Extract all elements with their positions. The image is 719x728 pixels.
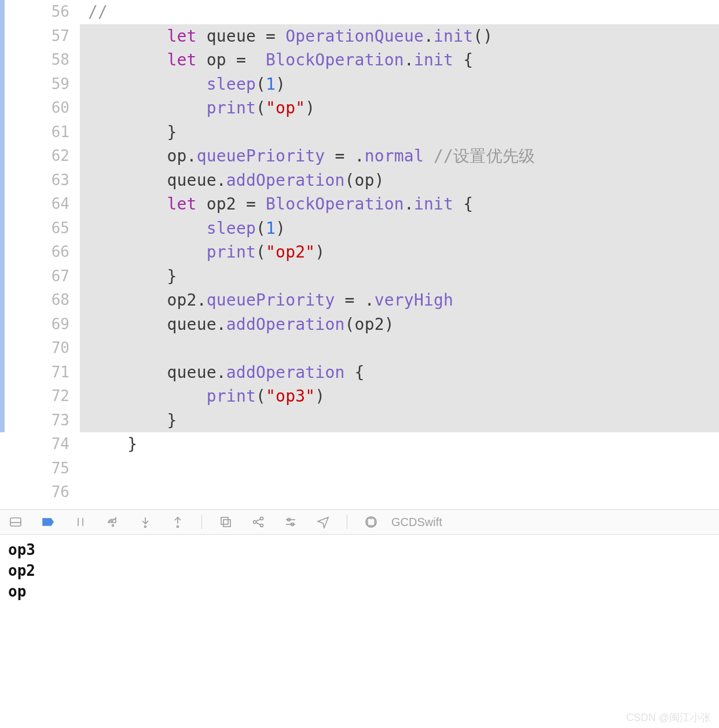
- code-token: veryHigh: [375, 291, 453, 310]
- code-token: ): [315, 242, 325, 262]
- line-number[interactable]: 57: [5, 24, 80, 49]
- code-line[interactable]: [80, 480, 719, 505]
- code-token: (): [473, 27, 493, 46]
- code-token: OperationQueue: [285, 27, 424, 46]
- code-line[interactable]: queue.addOperation(op): [80, 168, 719, 193]
- line-number-gutter[interactable]: 5657585960616263646566676869707172737475…: [5, 0, 80, 509]
- line-number[interactable]: 58: [5, 48, 80, 72]
- line-number[interactable]: 75: [5, 457, 80, 481]
- svg-rect-9: [221, 517, 228, 524]
- code-line[interactable]: //: [80, 0, 719, 24]
- environment-overrides-icon[interactable]: [282, 513, 299, 531]
- code-line[interactable]: let op2 = BlockOperation.init {: [80, 192, 719, 216]
- line-number[interactable]: 63: [5, 168, 80, 193]
- line-number[interactable]: 65: [5, 216, 80, 241]
- target-label[interactable]: GCDSwift: [391, 516, 442, 529]
- code-token: ): [315, 387, 325, 406]
- code-token: (: [256, 242, 266, 262]
- code-line[interactable]: sleep(1): [80, 72, 719, 97]
- code-token: 1: [266, 219, 276, 238]
- step-out-icon[interactable]: [169, 513, 186, 531]
- line-number[interactable]: 69: [5, 312, 80, 337]
- debug-view-hierarchy-icon[interactable]: [217, 513, 234, 531]
- code-token: "op2": [266, 242, 315, 262]
- line-number[interactable]: 62: [5, 144, 80, 168]
- code-token: print: [207, 387, 256, 406]
- toggle-debug-area-icon[interactable]: [7, 513, 24, 531]
- line-number[interactable]: 71: [5, 361, 80, 385]
- line-number[interactable]: 73: [5, 409, 80, 433]
- code-line[interactable]: sleep(1): [80, 216, 719, 241]
- target-app-icon[interactable]: [362, 513, 380, 531]
- code-token: op.: [88, 146, 197, 166]
- line-number[interactable]: 59: [5, 72, 80, 97]
- code-token: queuePriority: [207, 291, 335, 310]
- code-token: 1: [266, 75, 276, 94]
- line-number[interactable]: 77: [5, 505, 80, 510]
- code-token: queue.: [88, 315, 226, 334]
- code-editor[interactable]: // let queue = OperationQueue.init() let…: [80, 0, 719, 509]
- code-token: [88, 387, 207, 406]
- code-line[interactable]: }: [80, 432, 719, 457]
- code-token: [88, 219, 207, 238]
- code-line[interactable]: let op = BlockOperation.init {: [80, 48, 719, 72]
- code-token: [424, 146, 434, 166]
- line-number[interactable]: 56: [5, 0, 80, 24]
- console-output[interactable]: op3 op2 op CSDN @闽江小张: [0, 535, 719, 728]
- line-number[interactable]: 66: [5, 240, 80, 264]
- console-line: op3: [8, 539, 711, 560]
- step-over-icon[interactable]: [104, 513, 122, 531]
- breakpoint-tag-icon[interactable]: [39, 513, 57, 531]
- code-token: //设置优先级: [434, 146, 535, 166]
- code-token: addOperation: [226, 315, 345, 334]
- debug-toolbar: GCDSwift: [0, 509, 719, 535]
- code-line[interactable]: print("op"): [80, 96, 719, 120]
- line-number[interactable]: 67: [5, 264, 80, 289]
- line-number[interactable]: 68: [5, 288, 80, 312]
- svg-point-4: [112, 525, 114, 527]
- code-token: //: [88, 2, 108, 21]
- code-token: [88, 75, 207, 94]
- code-token: queue.: [88, 363, 226, 382]
- code-line[interactable]: }: [80, 264, 719, 289]
- code-token: = .: [335, 291, 374, 310]
- code-token: [88, 50, 167, 69]
- memory-graph-icon[interactable]: [250, 513, 267, 531]
- code-line[interactable]: }: [80, 505, 719, 510]
- code-line[interactable]: print("op2"): [80, 240, 719, 264]
- code-token: (op2): [345, 315, 394, 334]
- code-line[interactable]: [80, 457, 719, 481]
- code-token: queue =: [197, 27, 286, 46]
- svg-line-14: [256, 519, 261, 521]
- toolbar-separator: [201, 515, 202, 529]
- pause-icon[interactable]: [72, 513, 89, 531]
- code-line[interactable]: op.queuePriority = .normal //设置优先级: [80, 144, 719, 168]
- code-line[interactable]: }: [80, 409, 719, 433]
- code-token: normal: [365, 146, 424, 166]
- code-line[interactable]: op2.queuePriority = .veryHigh: [80, 288, 719, 312]
- code-line[interactable]: queue.addOperation(op2): [80, 312, 719, 337]
- line-number[interactable]: 64: [5, 192, 80, 216]
- svg-line-15: [256, 523, 261, 525]
- line-number[interactable]: 60: [5, 96, 80, 120]
- line-number[interactable]: 61: [5, 120, 80, 145]
- line-number[interactable]: 76: [5, 480, 80, 505]
- code-token: {: [453, 50, 473, 69]
- editor-area: 5657585960616263646566676869707172737475…: [0, 0, 719, 509]
- code-token: addOperation: [226, 171, 345, 190]
- line-number[interactable]: 72: [5, 384, 80, 409]
- code-token: (: [256, 75, 266, 94]
- line-number[interactable]: 70: [5, 336, 80, 361]
- simulate-location-icon[interactable]: [314, 513, 332, 531]
- code-line[interactable]: print("op3"): [80, 384, 719, 409]
- svg-rect-0: [10, 518, 21, 526]
- code-token: init: [414, 194, 453, 214]
- code-token: (: [256, 98, 266, 117]
- code-line[interactable]: }: [80, 120, 719, 145]
- code-line[interactable]: let queue = OperationQueue.init(): [80, 24, 719, 49]
- code-line[interactable]: [80, 336, 719, 361]
- code-line[interactable]: queue.addOperation {: [80, 361, 719, 385]
- line-number[interactable]: 74: [5, 432, 80, 457]
- step-into-icon[interactable]: [137, 513, 154, 531]
- code-token: [88, 194, 167, 214]
